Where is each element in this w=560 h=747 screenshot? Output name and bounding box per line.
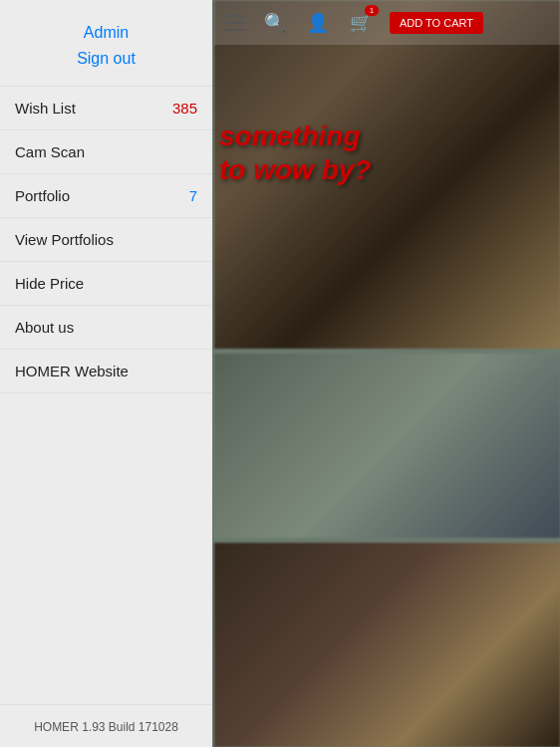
menu-item-hideprice-label: Hide Price — [15, 275, 84, 292]
menu-item-hideprice[interactable]: Hide Price — [0, 262, 212, 306]
menu-item-camscan-label: Cam Scan — [15, 143, 85, 160]
menu-list: Wish List 385 Cam Scan Portfolio 7 View … — [0, 87, 212, 704]
menu-item-viewportfolios[interactable]: View Portfolios — [0, 218, 212, 262]
search-icon[interactable]: 🔍 — [261, 9, 289, 37]
user-icon[interactable]: 👤 — [304, 9, 332, 37]
cart-icon-wrapper[interactable]: 🛒 1 — [347, 9, 375, 37]
top-header: 🔍 👤 🛒 1 ADD TO CART — [214, 0, 560, 45]
version-text: HOMER 1.93 Build 171028 — [34, 720, 178, 734]
version-footer: HOMER 1.93 Build 171028 — [0, 704, 212, 747]
menu-item-aboutus-label: About us — [15, 319, 74, 336]
menu-item-homerweb-label: HOMER Website — [15, 363, 129, 379]
banner-text: something to wow by? — [219, 120, 371, 186]
menu-item-viewportfolios-label: View Portfolios — [15, 231, 114, 248]
menu-item-camscan[interactable]: Cam Scan — [0, 130, 212, 174]
add-to-cart-button[interactable]: ADD TO CART — [390, 12, 483, 34]
bg-image-mid — [214, 354, 560, 538]
menu-item-portfolio[interactable]: Portfolio 7 — [0, 174, 212, 218]
cart-badge: 1 — [365, 5, 379, 16]
bg-image-bottom — [214, 543, 560, 747]
admin-link[interactable]: Admin — [10, 20, 202, 46]
menu-item-homerweb[interactable]: HOMER Website — [0, 350, 212, 393]
menu-item-wishlist-badge: 385 — [172, 100, 197, 117]
hamburger-menu[interactable] — [224, 15, 246, 31]
admin-section: Admin Sign out — [0, 0, 212, 87]
menu-item-portfolio-label: Portfolio — [15, 187, 70, 204]
menu-item-wishlist[interactable]: Wish List 385 — [0, 87, 212, 130]
sidebar: Admin Sign out Wish List 385 Cam Scan Po… — [0, 0, 212, 747]
menu-item-portfolio-badge: 7 — [189, 187, 197, 204]
menu-item-aboutus[interactable]: About us — [0, 306, 212, 350]
menu-item-wishlist-label: Wish List — [15, 100, 76, 117]
signout-link[interactable]: Sign out — [10, 46, 202, 72]
